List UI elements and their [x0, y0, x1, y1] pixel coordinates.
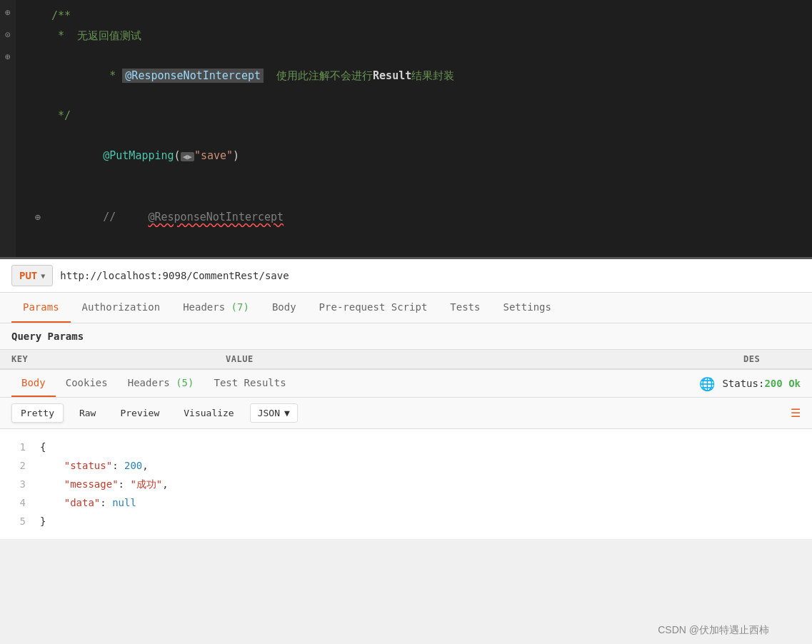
line-content-7: public void save() { System.out.println(…	[51, 247, 805, 257]
format-visualize-btn[interactable]: Visualize	[175, 404, 242, 422]
tab-pre-request-label: Pre-request Script	[319, 301, 428, 313]
response-tabs-bar: Body Cookies Headers (5) Test Results 🌐 …	[0, 369, 812, 398]
format-pretty-btn[interactable]: Pretty	[11, 403, 64, 423]
format-bar: Pretty Raw Preview Visualize JSON ▼ ☰	[0, 398, 812, 429]
json-line-num-4: 4	[11, 493, 26, 512]
tab-settings-label: Settings	[503, 301, 551, 313]
code-line-4: */	[16, 106, 812, 126]
editor-icon-3: ⊕	[5, 51, 11, 62]
globe-icon: 🌐	[699, 376, 715, 391]
code-line-2: * 无返回值测试	[16, 26, 812, 46]
content-type-arrow-icon: ▼	[284, 408, 290, 418]
status-prefix: Status:	[722, 378, 764, 389]
tab-tests-label: Tests	[450, 301, 480, 313]
response-status-area: 🌐 Status:200 Ok	[699, 376, 801, 391]
editor-code-area: /** * 无返回值测试 * @ResponseNotIntercept 使用此…	[16, 0, 812, 257]
tab-headers-label: Headers (7)	[183, 301, 249, 313]
response-tab-body[interactable]: Body	[11, 370, 56, 397]
code-line-6: ⊕ // @ResponseNotIntercept	[16, 187, 812, 247]
content-type-label: JSON	[258, 408, 280, 418]
json-line-num-2: 2	[11, 456, 26, 475]
code-line-1: /**	[16, 6, 812, 26]
code-editor: ⊕ ⊙ ⊕ /** * 无返回值测试 * @ResponseNotInterce…	[0, 0, 812, 257]
json-line-5: 5 }	[11, 512, 801, 530]
json-brace-close: }	[40, 512, 46, 530]
col-header-desc: DES	[743, 354, 801, 364]
json-line-num-1: 1	[11, 438, 26, 456]
tab-authorization-label: Authorization	[82, 301, 161, 313]
editor-gutter: ⊕ ⊙ ⊕	[0, 0, 16, 257]
json-line-4: 4 "data": null	[11, 493, 801, 512]
code-line-7: public void save() { System.out.println(…	[16, 247, 812, 257]
tab-pre-request[interactable]: Pre-request Script	[308, 293, 439, 323]
json-line-1: 1 {	[11, 438, 801, 456]
url-input[interactable]	[60, 270, 801, 281]
response-tab-headers[interactable]: Headers (5)	[118, 370, 204, 397]
line-content-3: * @ResponseNotIntercept 使用此注解不会进行Result结…	[51, 46, 805, 106]
editor-icon-2: ⊙	[5, 29, 11, 40]
tab-authorization[interactable]: Authorization	[71, 293, 172, 323]
line-content-5: @PutMapping(◀▶"save")	[51, 126, 805, 187]
response-tab-test-results-label: Test Results	[214, 377, 286, 388]
json-message-entry: "message": "成功",	[40, 475, 169, 493]
response-tab-cookies[interactable]: Cookies	[56, 370, 118, 397]
content-type-select[interactable]: JSON ▼	[250, 403, 298, 423]
tab-tests[interactable]: Tests	[438, 293, 491, 323]
json-status-entry: "status": 200,	[40, 456, 149, 475]
params-table-header: KEY VALUE DES	[0, 349, 812, 369]
code-line-5: @PutMapping(◀▶"save")	[16, 126, 812, 187]
format-lines-icon[interactable]: ☰	[791, 406, 801, 420]
tab-body-label: Body	[272, 301, 296, 313]
json-line-num-5: 5	[11, 512, 26, 530]
json-brace-open: {	[40, 438, 46, 456]
json-line-num-3: 3	[11, 475, 26, 493]
request-tabs: Params Authorization Headers (7) Body Pr…	[0, 293, 812, 323]
tab-body[interactable]: Body	[261, 293, 308, 323]
status-value: 200 Ok	[764, 378, 801, 389]
line-content-1: /**	[51, 6, 805, 26]
line-content-6: // @ResponseNotIntercept	[51, 187, 805, 247]
tab-settings[interactable]: Settings	[491, 293, 562, 323]
response-tab-body-label: Body	[21, 377, 46, 388]
format-raw-btn[interactable]: Raw	[71, 404, 104, 422]
code-line-3: * @ResponseNotIntercept 使用此注解不会进行Result结…	[16, 46, 812, 106]
query-params-label: Query Params	[11, 331, 84, 342]
tab-params-label: Params	[23, 301, 59, 313]
postman-panel: PUT ▼ Params Authorization Headers (7) B…	[0, 257, 812, 644]
watermark: CSDN @伏加特遇止西柿	[658, 624, 769, 637]
status-label: Status:200 Ok	[722, 378, 801, 389]
response-tab-test-results[interactable]: Test Results	[204, 370, 296, 397]
method-arrow-icon: ▼	[41, 272, 45, 280]
tab-headers[interactable]: Headers (7)	[171, 293, 261, 323]
line-num-6: ⊕	[23, 207, 51, 227]
watermark-text: CSDN @伏加特遇止西柿	[658, 624, 769, 635]
url-bar: PUT ▼	[0, 259, 812, 293]
query-params-header: Query Params	[0, 323, 812, 349]
response-tab-cookies-label: Cookies	[66, 377, 108, 388]
tab-params[interactable]: Params	[11, 293, 71, 323]
json-data-entry: "data": null	[40, 493, 136, 512]
line-content-4: */	[51, 106, 805, 126]
json-line-3: 3 "message": "成功",	[11, 475, 801, 493]
col-header-value: VALUE	[226, 354, 743, 364]
col-header-key: KEY	[11, 354, 226, 364]
line-content-2: * 无返回值测试	[51, 26, 805, 46]
method-label: PUT	[19, 270, 37, 281]
response-tab-headers-label: Headers (5)	[128, 377, 194, 388]
json-line-2: 2 "status": 200,	[11, 456, 801, 475]
format-preview-btn[interactable]: Preview	[111, 404, 168, 422]
json-response-content: 1 { 2 "status": 200, 3 "message": "成功", …	[0, 429, 812, 539]
method-dropdown[interactable]: PUT ▼	[11, 265, 53, 286]
editor-icon-1: ⊕	[5, 7, 11, 18]
